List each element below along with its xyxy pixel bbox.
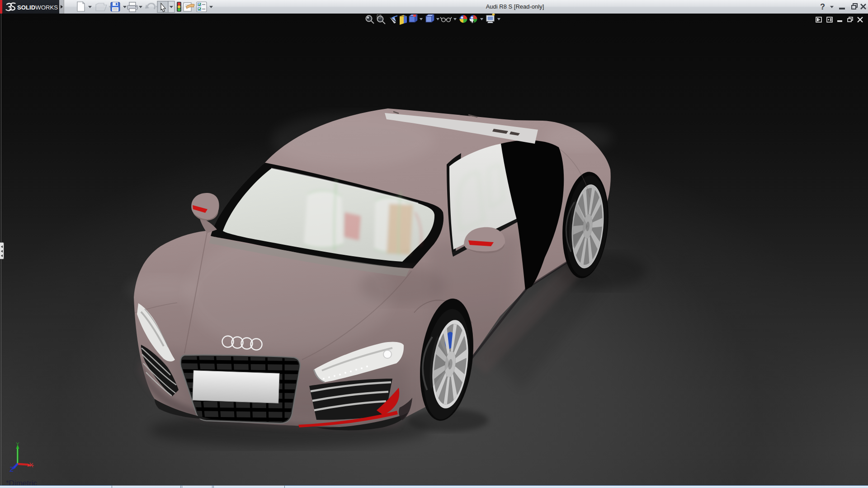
svg-text:?: ?: [820, 2, 825, 11]
svg-text:SOLIDWORKS: SOLIDWORKS: [17, 4, 58, 11]
